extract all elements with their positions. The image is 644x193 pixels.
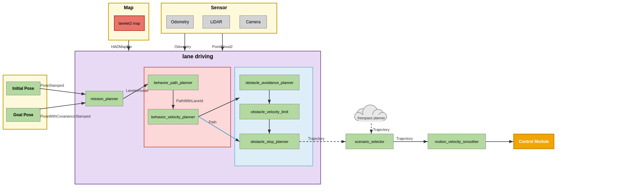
camera-box: Camera xyxy=(240,15,267,28)
motion-velocity-smoother-box: motion_velocity_smoother xyxy=(428,134,486,149)
odometry-arrow-label: Odometry xyxy=(175,45,191,49)
odometry-box: Odometry xyxy=(166,15,194,28)
sensor-label: Sensor xyxy=(211,5,227,10)
hadmapbin-label: HADMapBin xyxy=(111,45,132,49)
control-module-box: Control Module xyxy=(513,134,554,149)
trajectory-solid-label: Trajectory xyxy=(396,136,413,141)
diagram: Map lanelet2 map Sensor Odometry LiDAR C… xyxy=(0,0,644,193)
pointcloud2-label: PointCloud2 xyxy=(212,45,233,49)
lanelet2-map-box: lanelet2 map xyxy=(114,15,145,31)
behavior-path-planner-box: behavior_path_planner xyxy=(148,75,198,90)
goal-pose-box: Goal Pose xyxy=(6,108,40,122)
lidar-box: LiDAR xyxy=(203,15,230,28)
svg-text:freespace planner: freespace planner xyxy=(358,116,385,120)
behavior-velocity-planner-box: behavior_velocity_planner xyxy=(148,109,198,124)
map-region: Map lanelet2 map xyxy=(108,3,149,40)
obstacle-stop-planner-box: obstacle_stop_planner xyxy=(240,134,299,149)
freespace-planner-cloud: freespace planner xyxy=(352,99,390,123)
initial-pose-box: Initial Pose xyxy=(6,82,40,95)
trajectory-freespace-label: Trajectory xyxy=(373,128,390,132)
map-label: Map xyxy=(124,5,133,10)
obstacle-avoidance-planner-box: obstacle_avoidance_planner xyxy=(240,75,299,90)
mission-planner-box: mission_planner xyxy=(86,91,123,106)
sensor-region: Sensor Odometry LiDAR Camera xyxy=(161,3,277,34)
lane-driving-label: lane driving xyxy=(182,53,213,60)
obstacle-velocity-limit-box: obstacle_velocity_limit xyxy=(240,104,299,119)
scenario-selector-box: scenario_selector xyxy=(346,134,394,149)
input-region: Initial Pose Goal Pose xyxy=(3,75,47,130)
